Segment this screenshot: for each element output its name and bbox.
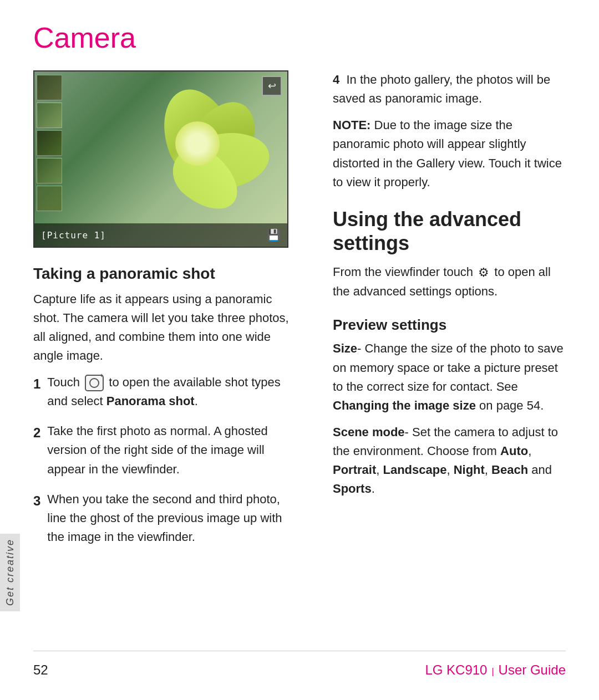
thumbnail-2 [37,103,62,128]
scene-beach: Beach [491,463,528,477]
page-number: 52 [33,662,48,678]
size-bold: Changing the image size [333,398,476,412]
scene-sports: Sports [333,482,372,495]
page-title: Camera [33,22,566,54]
size-end: on page 54. [479,398,544,412]
side-tab: Get creative [0,534,20,611]
right-column: 4 In the photo gallery, the photos will … [333,70,566,651]
footer-guide: User Guide [499,662,566,677]
left-column: ↩ [Picture 1] 💾 Taking a panoramic shot … [33,70,300,651]
advanced-intro-before: From the viewfinder touch [333,265,473,279]
thumbnail-1 [37,75,62,100]
step-1-content: Touch to open the available shot types a… [47,373,300,411]
gear-settings-icon: ⚙ [478,263,489,282]
page-container: Get creative Camera [0,0,599,700]
thumbnail-3 [37,130,62,156]
camera-thumbnails [34,71,65,224]
camera-mode-icon [85,375,104,391]
camera-back-button[interactable]: ↩ [262,76,282,96]
panoramic-steps: 1 Touch to open the available shot types… [33,373,300,546]
advanced-intro: From the viewfinder touch ⚙ to open all … [333,263,566,301]
step-1-end: . [195,394,198,408]
scene-entry: Scene mode- Set the camera to adjust to … [333,423,566,498]
page-footer: 52 LG KC910|User Guide [33,651,566,678]
scene-landscape: Landscape [383,463,446,477]
panoramic-intro: Capture life as it appears using a panor… [33,290,300,365]
camera-screenshot: ↩ [Picture 1] 💾 [33,70,288,248]
step-2-num: 2 [33,422,40,443]
panoramic-shot-heading: Taking a panoramic shot [33,264,300,283]
scene-and: and [531,463,552,477]
scene-label: Scene mode [333,425,405,439]
size-label: Size [333,341,357,355]
step-4-num: 4 [333,73,339,86]
advanced-section: Using the advanced settings From the vie… [333,207,566,302]
step-4-text: In the photo gallery, the photos will be… [333,73,550,105]
advanced-heading: Using the advanced settings [333,207,566,255]
scene-night: Night [454,463,485,477]
preview-settings-section: Preview settings Size- Change the size o… [333,316,566,498]
scene-auto: Auto [500,444,528,458]
camera-viewfinder: ↩ [34,71,287,247]
scene-portrait: Portrait [333,463,376,477]
step-3: 3 When you take the second and third pho… [33,490,300,546]
size-entry: Size- Change the size of the photo to sa… [333,339,566,415]
camera-bottom-bar: [Picture 1] 💾 [34,223,287,247]
step-4-section: 4 In the photo gallery, the photos will … [333,70,566,192]
side-tab-text: Get creative [4,539,16,606]
main-content: ↩ [Picture 1] 💾 Taking a panoramic shot … [33,70,566,651]
note-section: NOTE: Due to the image size the panorami… [333,116,566,191]
picture-label: [Picture 1] [41,230,106,241]
preview-settings-heading: Preview settings [333,316,566,334]
note-label: NOTE: [333,118,370,132]
step-1-bold: Panorama shot [106,394,195,408]
step-4-content: 4 In the photo gallery, the photos will … [333,70,566,108]
step-1: 1 Touch to open the available shot types… [33,373,300,411]
step-3-num: 3 [33,490,40,511]
step-1-num: 1 [33,374,40,394]
flower-illustration [136,88,258,221]
size-text: - Change the size of the photo to save o… [333,341,564,393]
footer-right: LG KC910|User Guide [425,662,566,678]
step-3-text: When you take the second and third photo… [47,490,300,546]
thumbnail-4 [37,158,62,183]
step-2: 2 Take the first photo as normal. A ghos… [33,422,300,478]
thumbnail-5 [37,186,62,211]
footer-divider: | [491,667,494,676]
step-2-text: Take the first photo as normal. A ghoste… [47,422,300,478]
flower-inner [175,121,220,166]
scene-end: . [372,482,375,495]
camera-save-icon[interactable]: 💾 [267,228,281,242]
step-1-text-before: Touch [47,375,80,389]
footer-brand: LG KC910 [425,662,487,677]
